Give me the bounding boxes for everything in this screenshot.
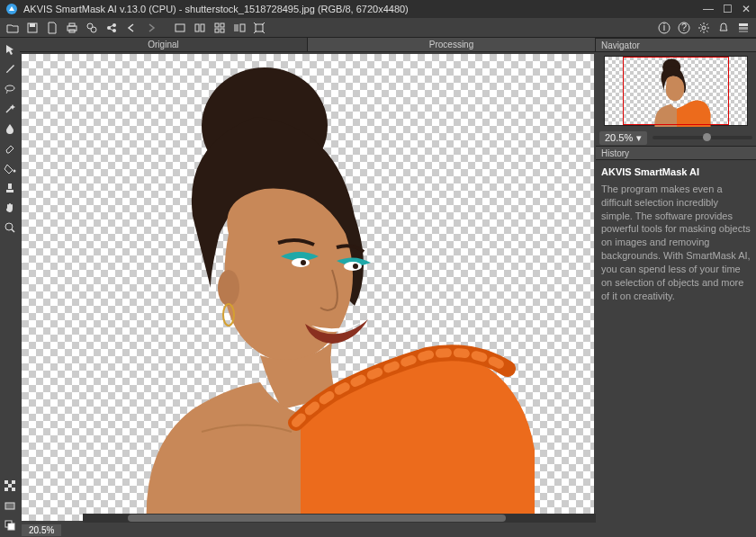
svg-rect-14 [215, 23, 219, 27]
eraser-tool-icon[interactable] [2, 140, 18, 157]
zoom-level[interactable]: 20.5% [22, 524, 61, 536]
window-title: AKVIS SmartMask AI v.13.0 (CPU) - shutte… [23, 4, 703, 14]
chevron-down-icon: ▾ [636, 132, 642, 144]
zoom-tool-icon[interactable] [2, 219, 18, 236]
arrow-tool-icon[interactable] [2, 41, 18, 58]
svg-point-33 [5, 223, 13, 230]
svg-point-7 [91, 27, 96, 32]
close-button[interactable]: ✕ [742, 3, 751, 15]
scrollbar-thumb[interactable] [128, 515, 506, 522]
stamp-tool-icon[interactable] [2, 180, 18, 196]
tab-processing[interactable]: Processing [308, 38, 596, 51]
subject-image [67, 54, 535, 521]
svg-point-30 [14, 170, 16, 173]
fit-icon[interactable] [250, 20, 268, 36]
maximize-button[interactable]: ☐ [723, 3, 733, 15]
background-layer-icon[interactable] [2, 497, 18, 514]
canvas[interactable] [22, 54, 594, 521]
view-mode-2-icon[interactable] [191, 20, 209, 36]
svg-rect-36 [8, 484, 12, 488]
svg-rect-32 [6, 190, 14, 192]
navigator-header: Navigator [596, 38, 756, 52]
redo-icon[interactable] [142, 20, 160, 36]
svg-rect-18 [234, 24, 238, 31]
open-icon[interactable] [4, 20, 22, 36]
undo-icon[interactable] [122, 20, 140, 36]
title-bar: AKVIS SmartMask AI v.13.0 (CPU) - shutte… [0, 0, 756, 18]
navigator-zoom-slider[interactable] [652, 136, 752, 139]
navigator-viewport-frame[interactable] [623, 57, 729, 125]
print-icon[interactable] [63, 20, 81, 36]
batch-icon[interactable] [83, 20, 101, 36]
main-toolbar: i ? [0, 18, 756, 38]
help-icon[interactable]: ? [675, 20, 693, 36]
right-panel: Navigator 20.5%▾ History AKVIS Smart [596, 38, 756, 537]
svg-rect-27 [739, 27, 748, 30]
svg-rect-16 [215, 29, 219, 32]
navigator-controls: 20.5%▾ [596, 130, 756, 146]
app-logo-icon [5, 3, 18, 15]
lasso-tool-icon[interactable] [2, 81, 18, 97]
notify-icon[interactable] [715, 20, 733, 36]
view-tabs: Original Processing [20, 38, 596, 52]
minimize-button[interactable]: — [703, 3, 714, 15]
svg-rect-38 [12, 488, 15, 491]
panels-icon[interactable] [734, 20, 752, 36]
tool-sidebar [0, 38, 20, 537]
navigator-zoom-dropdown[interactable]: 20.5%▾ [599, 131, 647, 145]
horizontal-scrollbar[interactable] [83, 514, 596, 523]
svg-rect-20 [256, 24, 263, 31]
svg-rect-4 [69, 23, 75, 26]
svg-rect-37 [4, 488, 8, 491]
svg-rect-15 [220, 23, 224, 27]
tab-original[interactable]: Original [20, 38, 308, 51]
svg-rect-2 [30, 23, 35, 27]
svg-rect-34 [4, 480, 8, 484]
history-description: The program makes even a difficult selec… [601, 183, 751, 303]
svg-rect-11 [176, 24, 184, 31]
view-mode-1-icon[interactable] [171, 20, 189, 36]
hand-tool-icon[interactable] [2, 200, 18, 216]
magic-wand-tool-icon[interactable] [2, 101, 18, 117]
svg-rect-19 [240, 24, 245, 31]
svg-point-29 [5, 85, 14, 91]
view-mode-3-icon[interactable] [211, 20, 229, 36]
history-title: AKVIS SmartMask AI [601, 166, 751, 179]
svg-rect-28 [739, 31, 748, 32]
svg-rect-26 [739, 23, 748, 26]
navigator-panel [596, 52, 756, 130]
navigator-thumbnail[interactable] [604, 56, 748, 126]
svg-rect-13 [201, 24, 204, 31]
svg-rect-42 [8, 524, 14, 530]
history-panel: AKVIS SmartMask AI The program makes eve… [596, 160, 756, 308]
history-header: History [596, 146, 756, 160]
svg-text:i: i [663, 22, 665, 32]
svg-text:?: ? [681, 22, 687, 32]
swatch-icon[interactable] [2, 517, 18, 533]
info-icon[interactable]: i [655, 20, 673, 36]
document-icon[interactable] [43, 20, 61, 36]
svg-point-49 [301, 260, 306, 265]
settings-icon[interactable] [695, 20, 713, 36]
save-icon[interactable] [23, 20, 41, 36]
slider-knob[interactable] [703, 133, 711, 141]
drop-tool-icon[interactable] [2, 121, 18, 137]
svg-rect-12 [195, 24, 199, 31]
share-icon[interactable] [103, 20, 121, 36]
compare-icon[interactable] [230, 20, 248, 36]
svg-rect-31 [8, 183, 12, 189]
canvas-container [20, 52, 596, 523]
workspace: Original Processing [20, 38, 596, 537]
svg-rect-40 [5, 503, 14, 509]
svg-rect-35 [12, 480, 15, 484]
bucket-tool-icon[interactable] [2, 160, 18, 176]
status-bar: 20.5% [20, 523, 596, 537]
brush-tool-icon[interactable] [2, 61, 18, 77]
svg-point-25 [702, 26, 706, 30]
svg-point-46 [218, 270, 239, 306]
svg-rect-17 [220, 29, 224, 32]
transparency-grid-icon[interactable] [2, 478, 18, 494]
svg-point-51 [353, 264, 358, 269]
